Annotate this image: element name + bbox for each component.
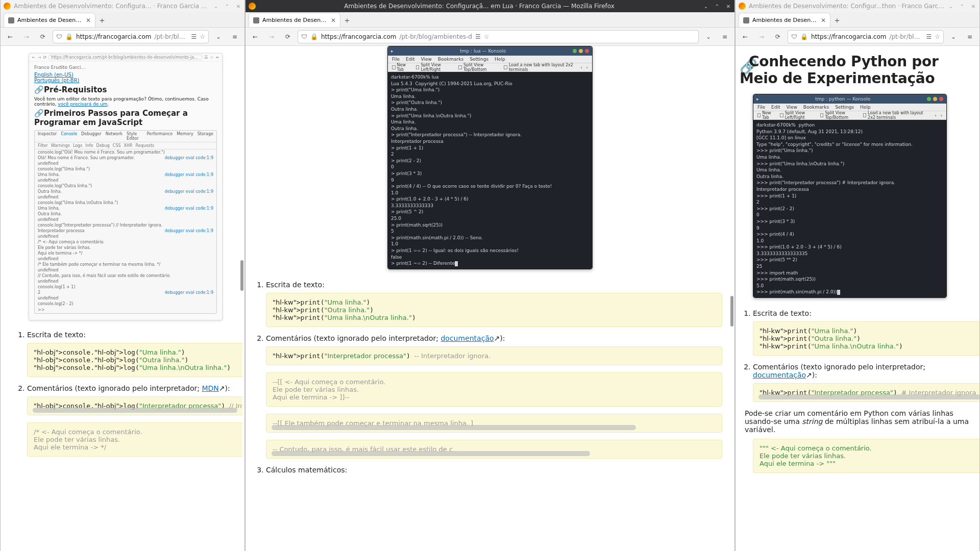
console-row: undefined [35, 194, 216, 200]
bookmark-icon[interactable]: ☆ [484, 33, 489, 40]
item-heading-tail: ): [812, 371, 817, 379]
console-row: console.log("Uma linha.") [35, 166, 216, 172]
address-bar[interactable]: 🛡 🔒 https://francogarcia.com/pt-br/blog/… [53, 30, 209, 43]
item-heading: Escrita de texto: [266, 281, 325, 289]
console-row: console.log("Interpretador processa") //… [35, 222, 216, 228]
h-scrollbar[interactable] [758, 394, 979, 399]
cursor-icon [455, 261, 458, 266]
browser-tab[interactable]: Ambientes de Desenvolvimen ✕ [4, 13, 95, 27]
page-scrollbar[interactable] [729, 46, 734, 551]
konsole-menu-item: Help [860, 105, 871, 110]
window-title: Ambientes de Desenvolvimento: Configur..… [749, 3, 945, 10]
cursor-icon [837, 290, 840, 295]
konsole-toolbar-item: Split View Left/Right [416, 63, 453, 72]
minimize-icon[interactable]: ⌄ [703, 3, 709, 9]
konsole-menu-item: View [787, 105, 797, 110]
firefox-icon [739, 3, 746, 10]
code-block: --[[ <- Aqui começa o comentário. Ele po… [266, 372, 722, 407]
favicon-icon [743, 17, 749, 23]
minimize-icon[interactable]: ⌄ [948, 3, 954, 9]
console-row: /* Ele também pode começar e terminar na… [35, 262, 216, 267]
emb-h-prereq: Pré-Requisitos [44, 85, 107, 94]
new-tab-button[interactable]: ＋ [95, 14, 109, 27]
address-bar[interactable]: 🛡 🔒 https://francogarcia.com/pt-br/blog/… [788, 30, 944, 43]
mdn-link[interactable]: MDN [202, 384, 218, 392]
forward-button[interactable]: → [265, 30, 278, 43]
bookmark-icon[interactable]: ☆ [935, 33, 940, 40]
code-block: "hl-kw">print("Uma linha.") "hl-kw">prin… [753, 321, 979, 356]
minimize-icon[interactable]: ⌄ [213, 3, 219, 9]
konsole-toolbar-item: Split View Left/Right [780, 111, 814, 120]
toolbar-icon [392, 65, 396, 69]
embedded-browser-screenshot: ← → ⟳ https://francogarcia.com/pt-br/blo… [29, 53, 223, 320]
forward-button[interactable]: → [755, 30, 768, 43]
reader-icon[interactable]: ☰ [191, 33, 197, 40]
h-scrollbar[interactable] [33, 408, 237, 413]
tab-close-icon[interactable]: ✕ [331, 17, 336, 24]
konsole-screenshot: ▸ tmp : lua — Konsole FileEditViewBookma… [387, 46, 593, 269]
h-scrollbar[interactable] [272, 451, 590, 456]
console-row: undefined [35, 234, 216, 239]
tab-close-icon[interactable]: ✕ [821, 17, 826, 24]
emb-reload-icon: ⟳ [43, 55, 46, 60]
toolbar-prev-icon: ‹ [935, 113, 937, 118]
code-block: "hl-kw">print("Uma linha.") "hl-kw">prin… [266, 293, 722, 327]
link-icon: 🔗 [34, 109, 44, 118]
titlebar: Ambientes de Desenvolvimento: Configura.… [1, 0, 244, 12]
item-heading-tail: ): [500, 334, 505, 342]
new-tab-button[interactable]: ＋ [340, 14, 354, 27]
devtools-filter: Logs [73, 143, 82, 148]
back-button[interactable]: ← [739, 30, 752, 43]
menu-icon[interactable]: ≡ [963, 30, 976, 43]
menu-icon[interactable]: ≡ [718, 30, 731, 43]
win-min-icon [573, 49, 577, 53]
reader-icon[interactable]: ☰ [475, 33, 481, 40]
maximize-icon[interactable]: ⌃ [224, 3, 230, 9]
close-icon[interactable]: ✕ [970, 3, 976, 9]
browser-tab[interactable]: Ambientes de Desenvolvimen ✕ [739, 13, 830, 27]
back-button[interactable]: ← [4, 30, 17, 43]
konsole-toolbar-item: New Tab [392, 63, 410, 72]
url-host: https://francogarcia.com [321, 33, 396, 40]
doc-link[interactable]: documentação [440, 334, 494, 342]
link-icon: 🔗 [740, 58, 748, 66]
emb-site-name: Franco Erudito Garci… [34, 65, 217, 70]
reload-button[interactable]: ⟳ [36, 30, 50, 43]
page-scrollbar[interactable] [239, 46, 244, 551]
lang-en: English (en-US) [34, 72, 217, 78]
close-icon[interactable]: ✕ [235, 3, 241, 9]
para-em: string [802, 417, 822, 425]
doc-link[interactable]: documentação [753, 371, 806, 379]
pocket-icon[interactable]: ⌄ [212, 30, 225, 43]
devtools-tab: Style Editor [127, 132, 142, 141]
close-icon[interactable]: ✕ [725, 3, 731, 9]
reload-button[interactable]: ⟳ [771, 30, 785, 43]
konsole-toolbar-item: Load a new tab with layout 2x2 terminals [504, 63, 574, 72]
code-block: --[[ Ele também pode começar e terminar … [266, 414, 722, 433]
devtools-prompt: >> [35, 307, 216, 313]
ext-link-icon: ↗ [806, 371, 812, 379]
win-close-icon [939, 97, 943, 101]
konsole-menu-item: Settings [835, 105, 854, 110]
konsole-title: tmp : lua — Konsole [397, 48, 570, 54]
tab-close-icon[interactable]: ✕ [86, 17, 91, 24]
console-row: /* <- Aqui começa o comentário. [35, 239, 216, 245]
maximize-icon[interactable]: ⌃ [714, 3, 720, 9]
browser-tab[interactable]: Ambientes de Desenvolvimen ✕ [249, 13, 340, 27]
pocket-icon[interactable]: ⌄ [702, 30, 715, 43]
reader-icon[interactable]: ☰ [926, 33, 932, 40]
h-scrollbar[interactable] [272, 425, 636, 430]
item-heading: Cálculos matemáticos: [266, 466, 347, 474]
back-button[interactable]: ← [249, 30, 262, 43]
console-row: undefined [35, 178, 216, 183]
favicon-icon [8, 17, 14, 23]
bookmark-icon[interactable]: ☆ [200, 33, 205, 40]
forward-button[interactable]: → [20, 30, 33, 43]
reload-button[interactable]: ⟳ [281, 30, 295, 43]
pocket-icon[interactable]: ⌄ [947, 30, 960, 43]
address-bar[interactable]: 🛡 🔒 https://francogarcia.com/pt-br/blog/… [298, 30, 699, 43]
new-tab-button[interactable]: ＋ [830, 14, 844, 27]
maximize-icon[interactable]: ⌃ [959, 3, 965, 9]
menu-icon[interactable]: ≡ [228, 30, 241, 43]
favicon-icon [253, 17, 259, 23]
